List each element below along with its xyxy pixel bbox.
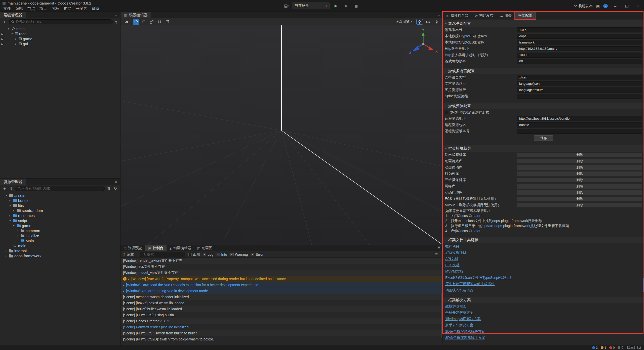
- tab-framework-config[interactable]: 框架配置: [515, 12, 536, 19]
- expander-icon[interactable]: ▾: [8, 204, 12, 207]
- tree-row-libs[interactable]: ▾libs: [0, 203, 120, 208]
- scrollbar-thumb[interactable]: [643, 278, 644, 292]
- field-input-2-2[interactable]: [517, 122, 642, 127]
- tab-service[interactable]: ☁服务: [497, 12, 515, 19]
- tree-row-root[interactable]: ▾root: [0, 31, 120, 36]
- tree-row-resources[interactable]: ▸resources: [0, 213, 120, 218]
- doc-link[interactable]: 原生包热更新配置自动生成插件: [445, 281, 495, 287]
- expander-icon[interactable]: ▾: [12, 224, 16, 227]
- field-input-2-3[interactable]: [517, 129, 642, 134]
- section-header-2[interactable]: ▾游戏资源配置: [443, 103, 644, 109]
- field-input-0-0[interactable]: [517, 27, 642, 32]
- panel-menu-icon[interactable]: ≡: [115, 13, 117, 18]
- status-badge-message[interactable]: 3: [592, 346, 598, 349]
- mode-3d-button[interactable]: 3D: [123, 19, 132, 24]
- regex-toggle[interactable]: 正则: [188, 252, 200, 257]
- log-row[interactable]: ▸[Window] Download the Vue Devtools exte…: [120, 282, 442, 288]
- field-input-1-0[interactable]: [517, 75, 642, 80]
- close-button[interactable]: ×: [634, 4, 642, 8]
- panel-menu-icon[interactable]: ≡: [437, 13, 440, 18]
- menu-item-6[interactable]: 开发者: [73, 6, 89, 12]
- move-tool-button[interactable]: [133, 19, 139, 25]
- assets-panel-tab[interactable]: 资源管理器: [0, 179, 26, 185]
- expander-icon[interactable]: ▸: [14, 37, 18, 40]
- doc-link[interactable]: 2D角色扮演游戏解决方案: [445, 328, 485, 335]
- expand-icon[interactable]: ▸: [123, 290, 124, 292]
- doc-link[interactable]: 教程项目: [445, 243, 459, 249]
- assets-search-input[interactable]: [25, 187, 102, 190]
- status-badge-warning[interactable]: 1: [601, 346, 606, 349]
- maximize-button[interactable]: ▢: [623, 4, 631, 8]
- log-row[interactable]: !▸[Window] [Vue warn]: Property "onInput…: [120, 276, 442, 282]
- expander-icon[interactable]: ▸: [14, 42, 18, 45]
- section-header-4[interactable]: ▾框架文档工具链接: [443, 237, 644, 243]
- sort-icon[interactable]: ⇅: [107, 186, 111, 191]
- expander-icon[interactable]: ▸: [16, 229, 19, 232]
- delete-button[interactable]: 删除: [517, 171, 642, 176]
- clear-console-button[interactable]: ⊘ 清空: [123, 252, 134, 257]
- menu-item-3[interactable]: 项目: [37, 6, 49, 12]
- field-input-1-2[interactable]: [517, 88, 642, 93]
- status-badge-notice[interactable]: 0: [618, 346, 623, 349]
- doc-link[interactable]: 全栈开发解决方案: [445, 310, 473, 316]
- log-row[interactable]: [Scene] [PHYSICS2D]: switch from box2d-w…: [120, 336, 442, 342]
- delete-button[interactable]: 删除: [517, 184, 642, 189]
- hierarchy-search[interactable]: [9, 19, 113, 24]
- doc-link[interactable]: MVVM文档: [445, 268, 463, 275]
- tree-row-game[interactable]: ▸game: [0, 36, 120, 41]
- log-row[interactable]: [Scene] meshopt wasm decoder initialized: [120, 294, 442, 300]
- hierarchy-panel-tab[interactable]: 层级管理器: [0, 12, 26, 18]
- expander-icon[interactable]: ▸: [12, 209, 16, 212]
- tree-row-internal[interactable]: ▸internal: [0, 248, 120, 253]
- scene-panel-tab[interactable]: ▦ 场景编辑器: [120, 12, 151, 18]
- log-row[interactable]: [Window] render_texture文件夹不存在: [120, 258, 442, 264]
- doc-link[interactable]: Excel格式转Json文件与TypeScript代码工具: [445, 275, 513, 281]
- minimize-button[interactable]: –: [611, 4, 619, 8]
- console-tab-an-editor[interactable]: ◭动画编辑器: [167, 245, 194, 251]
- ui-transform-tool-button[interactable]: [164, 19, 171, 25]
- gear-icon[interactable]: [433, 19, 440, 25]
- tree-row-seedrandom[interactable]: ▸seedrandom: [0, 208, 120, 213]
- menu-item-2[interactable]: 节点: [25, 6, 37, 12]
- delete-button[interactable]: 删除: [517, 203, 642, 208]
- section-header-1[interactable]: ▾游戏多语言配置: [443, 68, 644, 74]
- tree-row-bundle[interactable]: ▸bundle: [0, 198, 120, 203]
- expander-icon[interactable]: ▸: [8, 214, 12, 217]
- doc-link[interactable]: 动画状态机编辑器: [445, 287, 473, 293]
- section-header-3[interactable]: ▾框架模块裁剪: [443, 145, 644, 152]
- filter-error[interactable]: ✓Error: [251, 252, 263, 256]
- step-button[interactable]: »: [342, 3, 350, 9]
- help-icon[interactable]: ?: [603, 4, 608, 8]
- field-input-0-1[interactable]: [517, 34, 642, 39]
- expander-icon[interactable]: ▸: [5, 254, 8, 257]
- field-input-0-5[interactable]: [517, 59, 642, 64]
- build-publish-button[interactable]: ⚒ 构建发布: [574, 4, 592, 8]
- delete-button[interactable]: 删除: [517, 152, 642, 157]
- expander-icon[interactable]: ▸: [5, 249, 8, 252]
- panel-menu-icon[interactable]: ≡: [437, 245, 440, 251]
- assets-search[interactable]: ▾: [15, 186, 105, 191]
- tree-row-gui[interactable]: ▸gui: [0, 41, 120, 46]
- remote-load-checkbox[interactable]: [445, 111, 448, 114]
- menu-item-4[interactable]: 面板: [49, 6, 61, 12]
- light-toggle-icon[interactable]: [416, 19, 423, 25]
- delete-button[interactable]: 删除: [517, 190, 642, 195]
- field-input-0-4[interactable]: [517, 53, 642, 58]
- log-row[interactable]: [Scene] [bullet]:bullet wasm lib loaded.: [120, 306, 442, 312]
- tree-row-Main[interactable]: TSMain: [0, 238, 120, 243]
- console-tab-an-graph[interactable]: ◫动画图: [194, 245, 215, 251]
- expand-icon[interactable]: ▸: [128, 278, 130, 280]
- scene-select-dropdown[interactable]: 当前场景 ▾: [292, 3, 330, 9]
- section-header-0[interactable]: ▾游戏基础配置: [443, 20, 644, 27]
- doc-link[interactable]: 3D角色扮演游戏解决方案: [445, 335, 485, 341]
- play-button[interactable]: ▶: [332, 3, 340, 9]
- menu-item-7[interactable]: 帮助: [89, 6, 101, 12]
- field-input-2-1[interactable]: [517, 116, 642, 121]
- menu-item-0[interactable]: 文件: [1, 6, 13, 12]
- log-options-icon[interactable]: ≡: [435, 252, 438, 257]
- console-search-input[interactable]: [147, 252, 183, 256]
- tree-row-assets[interactable]: ▾assets: [0, 193, 120, 198]
- axis-gizmo[interactable]: Y X Z: [404, 29, 442, 59]
- doc-link[interactable]: 游戏模板项目: [445, 249, 466, 256]
- console-search[interactable]: [140, 252, 185, 257]
